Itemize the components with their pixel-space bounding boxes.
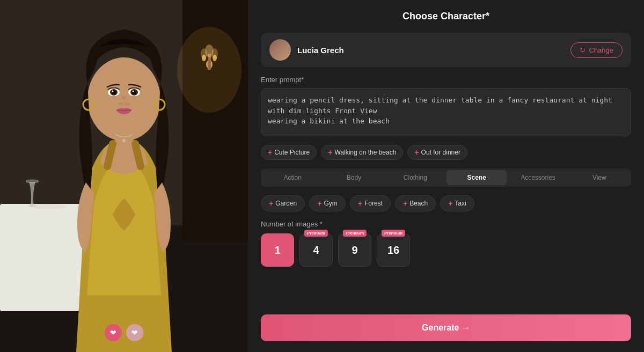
- svg-point-23: [118, 102, 123, 106]
- category-tabs: Action Body Clothing Scene Accessories V…: [261, 168, 631, 187]
- prompt-section: Enter prompt*: [261, 76, 631, 136]
- change-button[interactable]: ↻ Change: [570, 42, 623, 58]
- tab-scene[interactable]: Scene: [447, 170, 507, 185]
- photo-container: ❤ ❤: [0, 0, 248, 352]
- next-button[interactable]: ❤: [126, 324, 143, 341]
- tab-action[interactable]: Action: [262, 170, 323, 185]
- avatar: [269, 39, 291, 61]
- scene-plus-icon-5: +: [448, 199, 452, 208]
- tag-dinner-label: Out for dinner: [421, 149, 460, 156]
- tab-clothing[interactable]: Clothing: [385, 170, 445, 185]
- scene-beach-label: Beach: [409, 200, 428, 207]
- num-value-1: 1: [274, 244, 280, 256]
- scene-taxi-label: Taxi: [455, 200, 466, 207]
- svg-point-29: [26, 180, 39, 183]
- scene-gym-label: Gym: [324, 200, 337, 207]
- num-images-label: Number of images *: [261, 220, 631, 228]
- tag-out-dinner[interactable]: + Out for dinner: [407, 145, 467, 160]
- tag-plus-icon: +: [268, 148, 272, 157]
- avatar-circle: [269, 39, 291, 61]
- tag-cute-label: Cute Picture: [274, 149, 310, 156]
- tag-cute-picture[interactable]: + Cute Picture: [261, 145, 317, 160]
- premium-badge-16: Premium: [382, 230, 405, 237]
- right-panel: Choose Character* Lucia Grech ↻ Change E…: [248, 0, 644, 352]
- num-option-16[interactable]: Premium 16: [377, 233, 410, 267]
- num-option-1[interactable]: 1: [261, 233, 294, 267]
- scene-forest[interactable]: + Forest: [350, 195, 391, 211]
- svg-point-12: [177, 27, 241, 113]
- svg-point-24: [125, 102, 130, 106]
- scene-plus-icon-1: +: [269, 199, 273, 208]
- num-value-4: 4: [313, 244, 319, 256]
- tab-accessories[interactable]: Accessories: [508, 170, 568, 185]
- quick-tags-row: + Cute Picture + Walking on the beach + …: [261, 145, 631, 160]
- character-photo-panel: ❤ ❤: [0, 0, 248, 352]
- scene-forest-label: Forest: [364, 200, 383, 207]
- scene-plus-icon-2: +: [317, 199, 321, 208]
- scene-taxi[interactable]: + Taxi: [440, 195, 474, 211]
- prompt-textarea[interactable]: [261, 88, 631, 136]
- page-title: Choose Character*: [261, 11, 631, 22]
- tag-walking-beach[interactable]: + Walking on the beach: [321, 145, 403, 160]
- svg-point-18: [112, 91, 114, 92]
- svg-point-22: [133, 91, 134, 92]
- num-value-16: 16: [387, 244, 399, 256]
- num-value-9: 9: [352, 244, 357, 256]
- generate-button[interactable]: Generate →: [261, 314, 631, 341]
- character-card: Lucia Grech ↻ Change: [261, 33, 631, 67]
- scene-garden-label: Garden: [275, 200, 297, 207]
- character-info: Lucia Grech: [269, 39, 344, 61]
- photo-navigation: ❤ ❤: [105, 324, 143, 341]
- num-option-9[interactable]: Premium 9: [338, 233, 371, 267]
- premium-badge-9: Premium: [343, 230, 367, 237]
- num-images-options: 1 Premium 4 Premium 9 Premium 16: [261, 233, 631, 267]
- change-label: Change: [589, 46, 613, 54]
- tag-walking-label: Walking on the beach: [334, 149, 396, 156]
- svg-point-27: [122, 139, 126, 142]
- num-option-4[interactable]: Premium 4: [299, 233, 333, 267]
- tab-body[interactable]: Body: [324, 170, 384, 185]
- num-images-section: Number of images * 1 Premium 4 Premium 9…: [261, 220, 631, 267]
- prev-button[interactable]: ❤: [105, 324, 122, 341]
- premium-badge-4: Premium: [304, 230, 328, 237]
- scene-gym[interactable]: + Gym: [309, 195, 346, 211]
- character-svg: [0, 0, 248, 352]
- scene-beach[interactable]: + Beach: [395, 195, 436, 211]
- character-name: Lucia Grech: [297, 46, 344, 55]
- tag-plus-icon-3: +: [414, 148, 419, 157]
- scene-garden[interactable]: + Garden: [261, 195, 305, 211]
- tab-view[interactable]: View: [569, 170, 630, 185]
- scene-plus-icon-4: +: [403, 199, 407, 208]
- scene-plus-icon-3: +: [358, 199, 362, 208]
- scene-tags-row: + Garden + Gym + Forest + Beach + Taxi: [261, 195, 631, 211]
- tag-plus-icon-2: +: [328, 148, 332, 157]
- prompt-label: Enter prompt*: [261, 76, 631, 84]
- refresh-icon: ↻: [580, 46, 586, 54]
